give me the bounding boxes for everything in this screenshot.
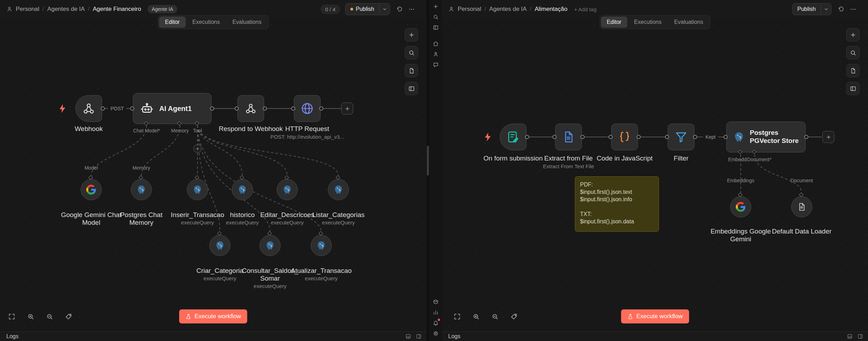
zoom-in-button[interactable] — [470, 310, 482, 322]
sticky-note[interactable]: PDF: $input.first().json.text $input.fir… — [575, 176, 659, 232]
output-port[interactable] — [210, 106, 214, 111]
layout-icon[interactable] — [847, 334, 853, 339]
tool-node-atualizar[interactable] — [311, 235, 332, 256]
tidy-up-button[interactable] — [508, 310, 520, 322]
input-port[interactable] — [665, 135, 669, 139]
http-request-node[interactable] — [294, 95, 321, 122]
expand-panel-icon[interactable] — [416, 334, 422, 339]
node-sublabel: executeQuery — [254, 283, 286, 289]
tab-evaluations[interactable]: Evaluations — [668, 17, 709, 28]
search-button[interactable] — [846, 46, 860, 59]
rail-insights-button[interactable] — [432, 309, 439, 316]
add-tag-button[interactable]: + Add tag — [574, 6, 597, 12]
more-options-button[interactable] — [405, 3, 417, 15]
gemini-chat-model-node[interactable] — [81, 179, 102, 200]
add-node-button[interactable] — [405, 28, 418, 41]
layout-icon[interactable] — [405, 334, 411, 339]
expand-panel-icon[interactable] — [857, 334, 863, 339]
rail-panel-button[interactable] — [432, 24, 439, 31]
breadcrumb-item[interactable]: Personal — [458, 6, 481, 13]
workflow-name[interactable]: Agente Financeiro — [93, 6, 141, 13]
workflow-tag[interactable]: Agente IA — [148, 5, 177, 13]
tab-editor[interactable]: Editor — [601, 17, 627, 28]
tab-editor[interactable]: Editor — [159, 17, 186, 28]
input-port[interactable] — [130, 106, 134, 111]
output-port[interactable] — [319, 106, 323, 111]
breadcrumb-item[interactable]: Agentes de IA — [47, 6, 85, 13]
tab-executions[interactable]: Executions — [628, 17, 667, 28]
respond-to-webhook-node[interactable] — [237, 95, 264, 122]
tab-executions[interactable]: Executions — [186, 17, 226, 28]
tool-node-criar[interactable] — [209, 235, 230, 256]
history-button[interactable] — [835, 3, 847, 15]
breadcrumb-item[interactable]: Agentes de IA — [489, 6, 527, 13]
tool-node-editar[interactable] — [277, 179, 298, 200]
default-data-loader-node[interactable] — [791, 196, 812, 217]
publish-button[interactable]: Publish — [793, 4, 821, 15]
output-port[interactable] — [525, 135, 529, 139]
panel-toggle-button[interactable] — [405, 82, 418, 95]
zoom-in-button[interactable] — [25, 310, 36, 322]
more-options-button[interactable] — [847, 3, 859, 15]
output-port[interactable] — [693, 135, 697, 139]
output-port[interactable] — [263, 106, 267, 111]
input-port[interactable] — [291, 106, 295, 111]
fit-view-button[interactable] — [451, 310, 463, 322]
publish-dropdown-button[interactable] — [379, 4, 390, 15]
scrollbar-thumb[interactable] — [427, 146, 429, 176]
filter-node[interactable] — [668, 124, 694, 150]
rail-settings-button[interactable] — [432, 330, 439, 337]
publish-button[interactable]: Publish — [345, 4, 379, 15]
webhook-node[interactable] — [75, 95, 102, 122]
postgres-chat-memory-node[interactable] — [131, 179, 152, 200]
add-node-inline-button[interactable] — [341, 103, 353, 114]
rail-chat-button[interactable] — [432, 61, 439, 68]
tool-node-consultar[interactable] — [260, 235, 281, 256]
search-button[interactable] — [405, 46, 418, 59]
rail-user-button[interactable] — [432, 51, 439, 58]
output-port[interactable] — [580, 135, 585, 139]
fit-view-button[interactable] — [6, 310, 18, 322]
tool-node-inserir[interactable] — [187, 179, 208, 200]
publish-dropdown-button[interactable] — [821, 4, 831, 15]
add-node-button[interactable] — [846, 28, 860, 41]
logs-bar[interactable]: Logs — [0, 332, 426, 341]
pgvector-store-node[interactable]: Postgres PGVector Store — [726, 122, 806, 152]
tool-node-historico[interactable] — [232, 179, 253, 200]
history-button[interactable] — [393, 3, 405, 15]
rail-add-workflow-button[interactable] — [432, 3, 439, 10]
add-tool-button[interactable] — [194, 145, 201, 152]
sticky-note-button[interactable] — [846, 64, 860, 77]
output-port[interactable] — [101, 106, 105, 111]
sticky-note-button[interactable] — [405, 64, 418, 77]
input-port[interactable] — [724, 135, 728, 139]
form-trigger-node[interactable] — [500, 124, 526, 150]
input-port[interactable] — [235, 106, 239, 111]
logs-bar[interactable]: Logs — [442, 332, 868, 341]
tab-evaluations[interactable]: Evaluations — [227, 17, 268, 28]
extract-from-file-node[interactable] — [555, 124, 582, 150]
input-port[interactable] — [608, 135, 613, 139]
rail-templates-button[interactable] — [432, 298, 439, 305]
output-port[interactable] — [804, 135, 808, 139]
rail-whats-new-button[interactable] — [432, 319, 439, 326]
zoom-out-button[interactable] — [489, 310, 501, 322]
execute-workflow-button[interactable]: Execute workflow — [179, 309, 247, 323]
zoom-out-button[interactable] — [43, 310, 55, 322]
rail-search-button[interactable] — [432, 13, 439, 20]
panel-toggle-button[interactable] — [846, 82, 860, 95]
embeddings-gemini-node[interactable] — [730, 196, 751, 217]
node-sublabel: executeQuery — [203, 275, 236, 281]
tidy-up-button[interactable] — [62, 310, 74, 322]
tool-node-listar[interactable] — [328, 179, 349, 200]
ai-agent-node[interactable]: AI Agent1 — [133, 93, 211, 124]
rail-home-button[interactable] — [432, 40, 439, 47]
breadcrumb-item[interactable]: Personal — [16, 6, 39, 13]
output-port[interactable] — [637, 135, 641, 139]
breadcrumb-separator: / — [530, 6, 532, 13]
add-node-inline-button[interactable] — [822, 131, 834, 143]
workflow-name[interactable]: Alimentação — [534, 6, 567, 13]
execute-workflow-button[interactable]: Execute workflow — [621, 309, 689, 323]
scrollbar[interactable] — [426, 0, 429, 341]
input-port[interactable] — [552, 135, 557, 139]
